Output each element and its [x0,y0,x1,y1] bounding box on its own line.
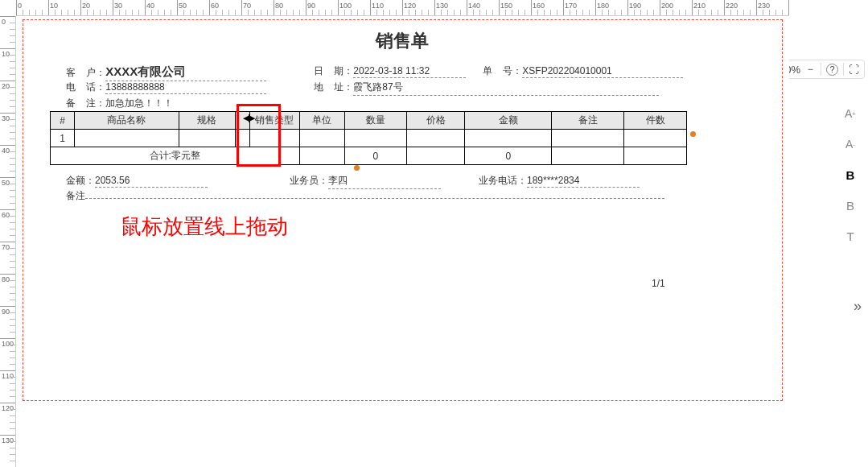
total-qty: 0 [344,147,407,165]
value[interactable]: 加急加急！！！ [105,97,686,112]
label2: 号 [503,65,512,76]
cell [552,147,624,165]
table-total-row: 合计:零元整 0 0 [51,147,687,165]
anchor-dot-icon[interactable] [354,165,360,171]
cell[interactable] [179,130,235,147]
col-spec[interactable]: 规格 [179,112,235,130]
document-title: 销售单 [16,29,788,53]
field-remark2: 备注 [66,189,664,203]
design-canvas[interactable]: 销售单 客 户：XXXX有限公司 日 期：2022-03-18 11:32 单 … [16,16,789,467]
cell[interactable] [344,130,407,147]
cell [407,147,465,165]
field-customer: 客 户：XXXX有限公司 [66,64,266,81]
label2: 户 [86,67,96,78]
page-number: 1/1 [652,278,665,289]
label: 单 [483,65,492,76]
help-icon[interactable]: ? [826,64,838,76]
col-index[interactable]: # [51,112,75,130]
cell [299,147,344,165]
cell-idx[interactable]: 1 [51,130,75,147]
value[interactable]: 13888888888 [105,81,266,94]
value[interactable]: 2022-03-18 11:32 [353,65,466,78]
cell[interactable] [407,130,465,147]
value[interactable]: 霞飞路87号 [353,81,659,96]
zoom-out-button[interactable]: － [805,62,816,76]
col-saletype[interactable]: 销售类型 [249,112,299,130]
bold-button[interactable]: B [841,166,859,184]
anchor-dot-icon[interactable] [690,131,696,137]
field-docno: 单 号：XSFP202204010001 [483,64,683,78]
field-amount: 金额：2053.56 [66,174,208,188]
col-name[interactable]: 商品名称 [74,112,179,130]
label: 日 [314,65,323,76]
field-address: 地 址：霞飞路87号 [314,81,659,96]
label: 电 [66,81,76,93]
label: 备注 [66,190,85,201]
cell [624,147,687,165]
col-remark[interactable]: 备注 [552,112,624,130]
col-unit[interactable]: 单位 [299,112,344,130]
col-price[interactable]: 价格 [407,112,465,130]
text-tool-button[interactable]: T [841,227,859,245]
col-count[interactable]: 件数 [624,112,687,130]
resize-cursor-icon: ◀|▶ [243,113,253,123]
cell[interactable] [74,130,179,147]
value[interactable]: 2053.56 [95,175,208,188]
value[interactable]: XSFP202204010001 [522,65,683,78]
label: 业务电话： [479,175,527,186]
value[interactable]: 李四 [328,174,441,189]
field-phone: 电 话：13888888888 [66,81,266,94]
table-header-row: # 商品名称 规格 销售类型 单位 数量 价格 金额 备注 件数 [51,112,687,130]
divider [843,63,844,76]
decrease-font-button[interactable]: A- [841,135,859,153]
cell[interactable] [465,130,552,147]
format-sidebar: A+ A- B B T [836,97,865,253]
cell[interactable] [249,130,299,147]
total-amount: 0 [465,147,552,165]
annotation-text: 鼠标放置线上拖动 [121,213,288,241]
ruler-horizontal[interactable]: 0102030405060708090100110120130140150160… [16,0,789,16]
cell[interactable] [235,130,249,147]
divider [821,63,821,76]
value[interactable] [85,197,664,199]
label: 客 [66,67,76,78]
bold2-button[interactable]: B [841,196,859,214]
label2: 话 [86,81,96,93]
col-amount[interactable]: 金额 [465,112,552,130]
field-salesperson: 业务员：李四 [290,174,441,189]
cell[interactable] [299,130,344,147]
field-remark: 备 注：加急加急！！！ [66,97,686,112]
value[interactable]: XXXX有限公司 [105,64,266,81]
label: 金额： [66,175,95,186]
label2: 注 [86,97,96,109]
label2: 期 [334,65,343,76]
ruler-vertical[interactable]: 0102030405060708090100110120130140150 [0,16,16,467]
field-bizphone: 业务电话：189****2834 [479,174,640,188]
label: 业务员： [290,175,328,186]
cell[interactable] [624,130,687,147]
fullscreen-icon[interactable]: ⛶ [849,64,859,76]
label2: 址 [334,81,343,93]
increase-font-button[interactable]: A+ [841,105,859,122]
sales-table[interactable]: # 商品名称 规格 销售类型 单位 数量 价格 金额 备注 件数 1 [50,111,687,165]
total-label: 合计:零元整 [51,147,300,165]
label: 地 [314,81,323,93]
label: 备 [66,97,76,109]
field-date: 日 期：2022-03-18 11:32 [314,64,466,78]
col-qty[interactable]: 数量 [344,112,407,130]
cell[interactable] [552,130,624,147]
value[interactable]: 189****2834 [527,175,640,188]
table-row[interactable]: 1 [51,130,687,147]
expand-arrow-icon[interactable]: » [854,298,862,315]
